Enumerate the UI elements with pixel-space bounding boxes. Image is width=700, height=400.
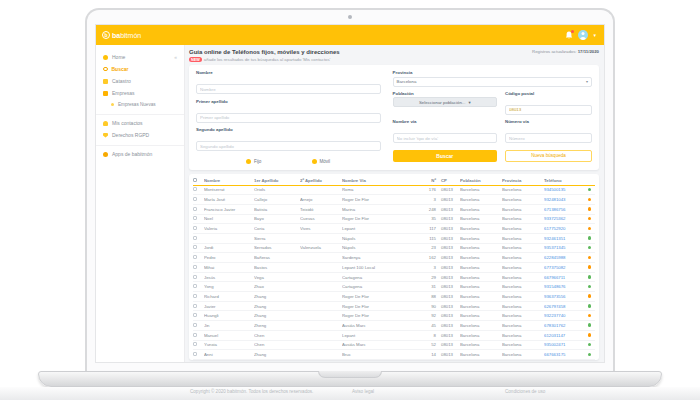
cell-telefono-link[interactable]: 626797458 xyxy=(544,304,586,309)
row-checkbox[interactable] xyxy=(193,294,197,298)
segundo-apellido-input[interactable] xyxy=(196,141,381,151)
row-checkbox[interactable] xyxy=(193,342,197,346)
sidebar-item[interactable]: Buscar xyxy=(96,63,184,75)
row-checkbox[interactable] xyxy=(193,313,197,317)
cell-telefono-link[interactable]: 667966711 xyxy=(544,275,586,280)
table-row[interactable]: Montserrat Oriols Roma 176 08013 Barcelo… xyxy=(193,186,595,196)
cell-telefono-link[interactable]: 671386756 xyxy=(544,207,586,212)
row-checkbox[interactable] xyxy=(193,333,197,337)
cell-cp: 08013 xyxy=(438,207,460,212)
sidebar-item[interactable]: Derechos RGPD xyxy=(96,129,184,141)
col-nombre-via: Nombre Vía xyxy=(342,178,424,183)
cell-telefono-link[interactable]: 933725362 xyxy=(544,216,586,221)
nombre-via-input[interactable] xyxy=(393,133,497,143)
cell-telefono-link[interactable]: 612031147 xyxy=(544,333,586,338)
row-checkbox[interactable] xyxy=(193,245,197,249)
cell-numero: 3 xyxy=(424,197,438,202)
cell-telefono-link[interactable]: 677375082 xyxy=(544,265,586,270)
row-checkbox[interactable] xyxy=(193,216,197,220)
cell-telefono-link[interactable]: 936373556 xyxy=(544,294,586,299)
table-row[interactable]: Sierra Nàpols 115 08013 Barcelona Barcel… xyxy=(193,234,595,244)
table-row[interactable]: Anni Zhang Bruc 14 08013 Barcelona Barce… xyxy=(193,350,595,360)
cell-telefono-link[interactable]: 931548676 xyxy=(544,284,586,289)
cell-numero: 248 xyxy=(424,207,438,212)
table-row[interactable]: Manuel Chen Lepant 8 08013 Barcelona Bar… xyxy=(193,331,595,341)
nombre-input[interactable] xyxy=(196,84,381,94)
table-row[interactable]: Pedro Bañeras Sardenya 162 08013 Barcelo… xyxy=(193,253,595,263)
cell-provincia: Barcelona xyxy=(502,265,544,270)
footer-aviso-legal-link[interactable]: Aviso legal xyxy=(352,389,374,394)
select-all-checkbox[interactable] xyxy=(193,178,197,182)
row-checkbox[interactable] xyxy=(193,323,197,327)
table-row[interactable]: Francisco Javier Batista Teixidó Marina … xyxy=(193,205,595,215)
poblacion-select-button[interactable]: Seleccionar población... ▾ xyxy=(393,97,497,107)
cell-poblacion: Barcelona xyxy=(460,226,502,231)
cell-provincia: Barcelona xyxy=(502,294,544,299)
row-checkbox[interactable] xyxy=(193,352,197,356)
footer-condiciones-link[interactable]: Condiciones de uso xyxy=(505,389,545,394)
main-content: Guía online de Teléfonos fijos, móviles … xyxy=(184,45,604,362)
row-checkbox[interactable] xyxy=(193,197,197,201)
radio-fijo[interactable]: Fijo xyxy=(246,159,261,164)
cell-telefono-link[interactable]: 678301762 xyxy=(544,323,586,328)
user-menu-caret-icon[interactable]: ▾ xyxy=(593,33,596,38)
table-row[interactable]: Noel Bayo Cuevas Roger De Flor 35 08013 … xyxy=(193,215,595,225)
cell-poblacion: Barcelona xyxy=(460,294,502,299)
cell-telefono-link[interactable]: 932461351 xyxy=(544,236,586,241)
sidebar-item[interactable]: Apps de babitmón xyxy=(96,145,184,160)
cell-telefono-link[interactable]: 934500135 xyxy=(544,187,586,192)
primer-apellido-input[interactable] xyxy=(196,113,381,123)
table-row[interactable]: Valeria Coria Vives Lepant 117 08013 Bar… xyxy=(193,224,595,234)
table-row[interactable]: Huangli Zhang Roger De Flor 92 08013 Bar… xyxy=(193,311,595,321)
row-checkbox[interactable] xyxy=(193,304,197,308)
cell-telefono-link[interactable]: 935002471 xyxy=(544,342,586,347)
row-checkbox[interactable] xyxy=(193,284,197,288)
numero-via-input[interactable] xyxy=(505,133,592,143)
row-checkbox[interactable] xyxy=(193,255,197,259)
sidebar-item[interactable]: Mis contactos xyxy=(96,114,184,129)
row-checkbox[interactable] xyxy=(193,226,197,230)
table-row[interactable]: María José Callejo Arnejo Roger De Flor … xyxy=(193,195,595,205)
table-row[interactable]: Mihai Bastos Lepant 100 Local 3 08013 Ba… xyxy=(193,263,595,273)
sidebar-item[interactable]: Empresas Nuevas xyxy=(96,99,184,110)
table-row[interactable]: Jesús Vega Cartagena 29 08013 Barcelona … xyxy=(193,273,595,283)
sidebar-item[interactable]: Empresas xyxy=(96,87,184,99)
row-checkbox[interactable] xyxy=(193,265,197,269)
cell-telefono-link[interactable]: 935371345 xyxy=(544,245,586,250)
cell-telefono-link[interactable]: 932481043 xyxy=(544,197,586,202)
notifications-button[interactable] xyxy=(565,31,573,40)
radio-movil[interactable]: Móvil xyxy=(312,159,330,164)
cell-segundo-apellido: Cuevas xyxy=(300,216,342,221)
cell-nombre: Yunxia xyxy=(204,342,254,347)
table-row[interactable]: Jin Zheng Ausiàs Marc 45 08013 Barcelona… xyxy=(193,321,595,331)
sidebar-item[interactable]: Catastro xyxy=(96,75,184,87)
cell-numero: 52 xyxy=(424,342,438,347)
codigo-postal-input[interactable] xyxy=(505,105,592,115)
cell-numero: 3 xyxy=(424,265,438,270)
sidebar-item[interactable]: Home « xyxy=(96,51,184,63)
page-title: Guía online de Teléfonos fijos, móviles … xyxy=(189,49,340,55)
cell-telefono-link[interactable]: 667663175 xyxy=(544,352,586,357)
buscar-button[interactable]: Buscar xyxy=(393,150,497,162)
cell-cp: 08013 xyxy=(438,304,460,309)
table-row[interactable]: Javier Zhang Roger De Flor 90 08013 Barc… xyxy=(193,302,595,312)
row-checkbox[interactable] xyxy=(193,187,197,191)
sidebar-collapse-icon[interactable]: « xyxy=(174,54,177,60)
brand-logo[interactable]: b babitmón xyxy=(102,31,141,39)
table-row[interactable]: Richard Zhang Roger De Flor 88 08013 Bar… xyxy=(193,292,595,302)
provincia-select[interactable]: Barcelona ▾ xyxy=(393,77,592,87)
cell-telefono-link[interactable]: 932237740 xyxy=(544,313,586,318)
row-checkbox[interactable] xyxy=(193,236,197,240)
cell-primer-apellido: Bañeras xyxy=(254,255,300,260)
cell-telefono-link[interactable]: 617752920 xyxy=(544,226,586,231)
cell-telefono-link[interactable]: 622845988 xyxy=(544,255,586,260)
table-row[interactable]: Jordi Serrados Valenzuela Nàpols 23 0801… xyxy=(193,244,595,254)
cell-numero: 23 xyxy=(424,245,438,250)
cell-primer-apellido: Oriols xyxy=(254,187,300,192)
table-row[interactable]: Yunxia Chen Ausiàs Marc 52 08013 Barcelo… xyxy=(193,341,595,351)
row-checkbox[interactable] xyxy=(193,275,197,279)
user-avatar[interactable] xyxy=(578,30,588,40)
nueva-busqueda-button[interactable]: Nueva búsqueda xyxy=(505,150,592,162)
table-row[interactable]: Yong Zhao Cartagena 31 08013 Barcelona B… xyxy=(193,282,595,292)
row-checkbox[interactable] xyxy=(193,207,197,211)
